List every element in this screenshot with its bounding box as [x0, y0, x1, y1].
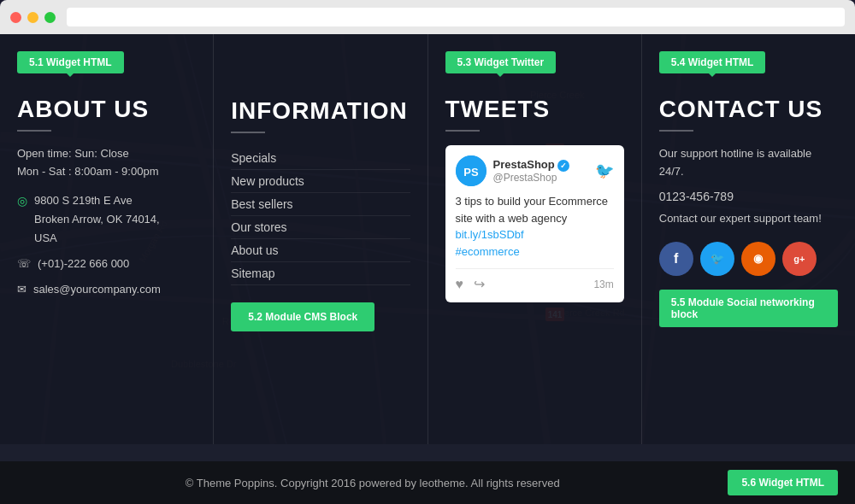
tweets-divider — [445, 130, 480, 132]
rss-icon: ◉ — [753, 252, 763, 265]
cms-block-badge[interactable]: 5.2 Module CMS Block — [231, 302, 374, 331]
link-new-products[interactable]: New products — [231, 170, 410, 193]
tweet-avatar: PS — [456, 155, 486, 186]
address-info: ◎ 9800 S 219th E Ave Broken Arrow, OK 74… — [17, 191, 196, 248]
twitter-icon: 🐦 — [711, 252, 724, 265]
tweet-handle: @PrestaShop — [493, 172, 570, 184]
badge-widget-html-1: 5.1 Widget HTML — [17, 51, 124, 73]
tweet-hashtag: #ecommerce — [456, 245, 520, 258]
contact-divider — [659, 130, 693, 132]
twitter-button[interactable]: 🐦 — [700, 242, 734, 276]
tweet-user-info: PrestaShop ✓ @PrestaShop — [493, 158, 570, 184]
link-about-us[interactable]: About us — [231, 239, 410, 262]
tweet-header: PS PrestaShop ✓ @PrestaShop 🐦 — [456, 155, 614, 186]
tweet-text: 3 tips to build your Ecommerce site with… — [456, 193, 614, 260]
information-column: INFORMATION Specials New products Best s… — [214, 34, 428, 444]
contact-us-column: 5.4 Widget HTML CONTACT US Our support h… — [642, 34, 855, 444]
twitter-bird-icon: 🐦 — [595, 161, 614, 180]
google-plus-icon: g+ — [793, 254, 805, 264]
facebook-icon: f — [674, 251, 678, 267]
rss-button[interactable]: ◉ — [741, 242, 775, 276]
information-title: INFORMATION — [231, 97, 410, 125]
about-us-title: ABOUT US — [17, 96, 196, 123]
location-icon: ◎ — [17, 191, 27, 212]
tweet-actions: ♥ ↪ 13m — [456, 268, 614, 292]
badge-widget-html-4: 5.4 Widget HTML — [659, 51, 766, 73]
footer-section: 5.1 Widget HTML ABOUT US Open time: Sun:… — [0, 34, 855, 444]
tweet-link[interactable]: bit.ly/1sbSDbf — [456, 228, 524, 241]
tweets-column: 5.3 Widget Twitter TWEETS PS PrestaShop — [428, 34, 642, 444]
facebook-button[interactable]: f — [659, 242, 693, 276]
widget-html-6-badge[interactable]: 5.6 Widget HTML — [728, 470, 838, 495]
badge-widget-twitter: 5.3 Widget Twitter — [445, 51, 557, 73]
tweet-card: PS PrestaShop ✓ @PrestaShop 🐦 3 tips to … — [445, 145, 624, 302]
link-sitemap[interactable]: Sitemap — [231, 262, 410, 285]
maximize-dot[interactable] — [44, 12, 56, 23]
url-bar — [67, 8, 845, 26]
info-divider — [231, 132, 265, 133]
expert-text: Contact our expert support team! — [659, 212, 838, 225]
about-divider — [17, 130, 51, 132]
link-specials[interactable]: Specials — [231, 147, 410, 170]
link-our-stores[interactable]: Our stores — [231, 216, 410, 239]
link-best-sellers[interactable]: Best sellers — [231, 193, 410, 216]
verified-icon: ✓ — [557, 160, 569, 172]
close-dot[interactable] — [10, 12, 21, 23]
contact-phone: 0123-456-789 — [659, 190, 838, 203]
about-us-column: 5.1 Widget HTML ABOUT US Open time: Sun:… — [0, 34, 214, 444]
social-networking-badge[interactable]: 5.5 Module Social networking block — [659, 290, 838, 327]
main-content: Pierce Creek Morgan Rd Roberts Rd Pierce… — [0, 34, 855, 504]
bottom-bar: © Theme Poppins. Copyright 2016 powered … — [0, 461, 855, 504]
google-plus-button[interactable]: g+ — [782, 242, 817, 276]
copyright-text: © Theme Poppins. Copyright 2016 powered … — [17, 477, 728, 489]
social-icons-group: f 🐦 ◉ g+ — [659, 242, 838, 276]
svg-text:PS: PS — [463, 166, 479, 179]
open-time: Open time: Sun: Close Mon - Sat : 8:00am… — [17, 145, 196, 181]
tweet-time: 13m — [593, 278, 613, 290]
email-icon: ✉ — [17, 280, 27, 299]
phone-info: ☏ (+01)-222 666 000 — [17, 255, 196, 273]
minimize-dot[interactable] — [27, 12, 38, 23]
titlebar — [0, 0, 855, 34]
retweet-button[interactable]: ↪ — [474, 276, 485, 292]
support-text: Our support hotline is available 24/7. — [659, 145, 838, 181]
email-info: ✉ sales@yourcompany.com — [17, 280, 196, 299]
tweets-title: TWEETS — [445, 96, 624, 123]
phone-icon: ☏ — [17, 255, 31, 273]
contact-us-title: CONTACT US — [659, 96, 838, 123]
like-button[interactable]: ♥ — [456, 277, 464, 292]
